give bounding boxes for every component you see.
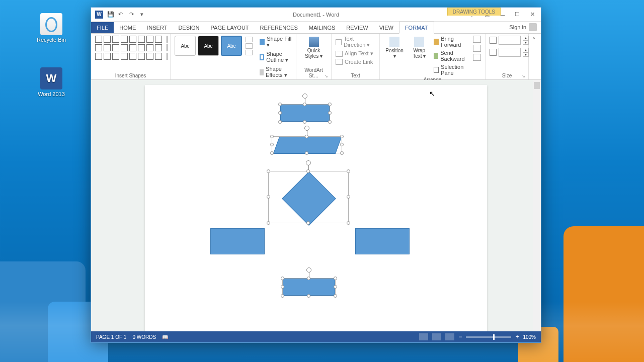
shape-rect[interactable]	[283, 279, 335, 296]
shape-style-2[interactable]: Abc	[198, 36, 219, 56]
resize-handle[interactable]	[347, 169, 350, 173]
resize-handle[interactable]	[340, 143, 344, 146]
selection-box[interactable]	[280, 104, 330, 122]
maximize-button[interactable]: ☐	[511, 10, 524, 20]
resize-handle[interactable]	[305, 151, 308, 155]
text-direction-button[interactable]: Text Direction ▾	[336, 36, 375, 48]
status-page[interactable]: PAGE 1 OF 1	[96, 334, 126, 340]
shape-style-3[interactable]: Abc	[221, 36, 242, 56]
resize-handle[interactable]	[306, 169, 310, 173]
resize-handle[interactable]	[303, 103, 306, 106]
collapse-ribbon-button[interactable]: ^	[529, 34, 539, 79]
desktop-icon-word[interactable]: W Word 2013	[31, 67, 71, 97]
save-button[interactable]: 💾	[107, 11, 114, 18]
resize-handle[interactable]	[267, 169, 270, 173]
view-print-button[interactable]	[432, 333, 441, 340]
tab-insert[interactable]: INSERT	[141, 22, 173, 33]
resize-handle[interactable]	[328, 103, 332, 106]
shapes-gallery[interactable]	[95, 36, 162, 60]
resize-handle[interactable]	[270, 135, 274, 138]
style-gallery-scroll[interactable]	[246, 37, 253, 55]
rotate-handle[interactable]	[306, 160, 311, 165]
rotate-handle[interactable]	[302, 94, 307, 99]
resize-handle[interactable]	[278, 103, 282, 106]
dialog-launcher[interactable]: ↘	[522, 74, 525, 78]
send-backward-button[interactable]: Send Backward	[434, 50, 467, 62]
page[interactable]	[145, 85, 487, 331]
position-button[interactable]: Position ▾	[384, 36, 405, 60]
width-input[interactable]	[499, 48, 521, 57]
status-proof-icon[interactable]: 📖	[162, 334, 168, 340]
width-spinner[interactable]: ▲▼	[523, 48, 529, 57]
tab-page-layout[interactable]: PAGE LAYOUT	[205, 22, 255, 33]
height-input[interactable]	[499, 36, 521, 45]
tab-design[interactable]: DESIGN	[173, 22, 205, 33]
resize-handle[interactable]	[278, 111, 282, 115]
shape-effects-button[interactable]: Shape Effects ▾	[260, 66, 292, 78]
resize-handle[interactable]	[305, 135, 308, 138]
quick-styles-button[interactable]: Quick Styles ▾	[300, 36, 327, 60]
tab-view[interactable]: VIEW	[374, 22, 399, 33]
close-button[interactable]: ✕	[526, 10, 539, 20]
group-button[interactable]	[473, 45, 481, 52]
resize-handle[interactable]	[281, 285, 284, 289]
resize-handle[interactable]	[340, 135, 344, 138]
resize-handle[interactable]	[334, 285, 337, 289]
selection-box[interactable]	[272, 136, 342, 153]
tab-references[interactable]: REFERENCES	[255, 22, 303, 33]
tab-mailings[interactable]: MAILINGS	[303, 22, 341, 33]
desktop-icon-recycle[interactable]: Recycle Bin	[31, 13, 71, 43]
view-web-button[interactable]	[445, 333, 454, 340]
qat-customize-button[interactable]: ▾	[140, 11, 147, 18]
resize-handle[interactable]	[270, 143, 274, 146]
resize-handle[interactable]	[281, 277, 284, 280]
selection-box[interactable]	[282, 278, 336, 296]
rotate-handle[interactable]	[304, 126, 309, 131]
zoom-thumb[interactable]	[493, 334, 495, 340]
resize-handle[interactable]	[267, 195, 270, 199]
resize-handle[interactable]	[347, 195, 350, 199]
resize-handle[interactable]	[307, 277, 310, 280]
wrap-text-button[interactable]: Wrap Text ▾	[408, 36, 431, 60]
shape-diamond[interactable]	[282, 171, 336, 225]
resize-handle[interactable]	[334, 294, 337, 298]
shape-fill-button[interactable]: Shape Fill ▾	[260, 36, 292, 48]
resize-handle[interactable]	[340, 151, 344, 155]
shape-rect[interactable]	[355, 228, 410, 254]
status-words[interactable]: 0 WORDS	[132, 334, 156, 340]
scroll-thumb[interactable]	[534, 82, 540, 89]
resize-handle[interactable]	[334, 277, 337, 280]
resize-handle[interactable]	[347, 221, 350, 225]
resize-handle[interactable]	[270, 151, 274, 155]
vertical-scrollbar[interactable]: ▲	[533, 80, 541, 331]
resize-handle[interactable]	[307, 294, 310, 298]
resize-handle[interactable]	[281, 294, 284, 298]
redo-button[interactable]: ↷	[129, 11, 136, 18]
shapes-gallery-more[interactable]	[167, 36, 168, 60]
resize-handle[interactable]	[278, 120, 282, 124]
bring-forward-button[interactable]: Bring Forward	[434, 36, 467, 48]
resize-handle[interactable]	[303, 120, 306, 124]
height-spinner[interactable]: ▲▼	[523, 36, 529, 45]
resize-handle[interactable]	[328, 120, 332, 124]
view-read-button[interactable]	[419, 333, 428, 340]
resize-handle[interactable]	[328, 111, 332, 115]
zoom-out-button[interactable]: −	[458, 333, 462, 340]
rotate-handle[interactable]	[306, 267, 311, 273]
dialog-launcher[interactable]: ↘	[325, 74, 328, 78]
tab-review[interactable]: REVIEW	[341, 22, 373, 33]
undo-button[interactable]: ↶	[118, 11, 125, 18]
shape-outline-button[interactable]: Shape Outline ▾	[260, 51, 292, 63]
tab-format[interactable]: FORMAT	[399, 22, 434, 34]
zoom-slider[interactable]	[466, 336, 511, 338]
tab-file[interactable]: FILE	[91, 22, 114, 33]
shape-rect[interactable]	[280, 105, 330, 122]
shape-style-gallery[interactable]: Abc Abc Abc	[175, 36, 253, 56]
resize-handle[interactable]	[267, 221, 270, 225]
selection-box[interactable]	[268, 171, 349, 223]
zoom-level[interactable]: 100%	[523, 334, 536, 340]
rotate-button[interactable]	[473, 54, 481, 61]
sign-in-button[interactable]: Sign in	[505, 21, 541, 33]
tab-home[interactable]: HOME	[114, 22, 141, 33]
align-button[interactable]	[473, 36, 481, 43]
